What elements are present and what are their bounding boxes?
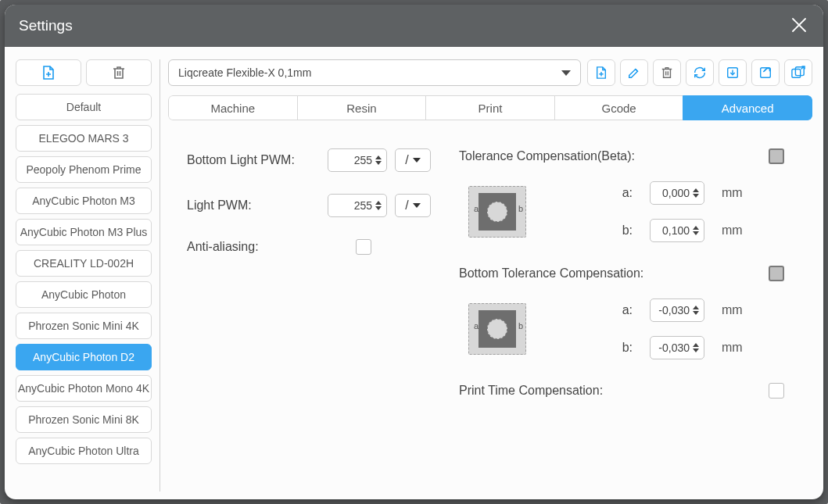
- delete-printer-button[interactable]: [86, 59, 152, 86]
- slash-label: /: [405, 198, 408, 213]
- arrow-up-icon[interactable]: [693, 188, 699, 192]
- refresh-profile-button[interactable]: [686, 59, 714, 86]
- sidebar: Default ELEGOO MARS 3 Peopoly Phenom Pri…: [16, 59, 152, 491]
- export-all-icon: [790, 66, 806, 80]
- arrow-down-icon[interactable]: [693, 194, 699, 198]
- printer-item-anycubic-photon-m3[interactable]: AnyCubic Photon M3: [16, 188, 152, 214]
- tab-machine[interactable]: Machine: [168, 95, 298, 120]
- printer-item-anycubic-photon[interactable]: AnyCubic Photon: [16, 281, 152, 308]
- file-plus-icon: [41, 65, 56, 80]
- printer-item-anycubic-photon-ultra[interactable]: AnyCubic Photon Ultra: [16, 438, 152, 464]
- anti-aliasing-label: Anti-aliasing:: [187, 240, 320, 254]
- vertical-divider: [160, 59, 160, 491]
- arrow-up-icon[interactable]: [693, 343, 699, 347]
- tabs: Machine Resin Print Gcode Advanced: [168, 95, 812, 120]
- arrow-up-icon[interactable]: [693, 306, 699, 309]
- bottom-tolerance-comp-label: Bottom Tolerance Compensation:: [459, 266, 643, 281]
- close-icon: [790, 16, 808, 34]
- tab-print[interactable]: Print: [425, 95, 555, 120]
- light-pwm-spinner[interactable]: 255: [328, 194, 387, 217]
- left-column: Bottom Light PWM: 255 /: [187, 148, 445, 399]
- tolerance-comp-checkbox[interactable]: [769, 148, 784, 164]
- tol-b-spinner[interactable]: 0,100: [650, 219, 704, 242]
- slash-label: /: [405, 153, 408, 167]
- light-pwm-row: Light PWM: 255 /: [187, 194, 445, 217]
- export-icon: [758, 66, 772, 80]
- bottom-tolerance-diagram: ab: [468, 303, 526, 355]
- trash-icon: [112, 65, 126, 80]
- printer-item-phrozen-sonic-mini-8k[interactable]: Phrozen Sonic Mini 8K: [16, 406, 152, 433]
- tolerance-comp-header: Tolerance Compensation(Beta):: [459, 148, 798, 164]
- profile-actions: [587, 59, 812, 86]
- printer-item-anycubic-photon-d2[interactable]: AnyCubic Photon D2: [16, 344, 152, 370]
- unit-mm-label: mm: [722, 341, 745, 355]
- tolerance-comp-label: Tolerance Compensation(Beta):: [459, 149, 635, 163]
- tolerance-diagram: ab: [468, 186, 526, 238]
- printer-item-phrozen-sonic-mini-4k[interactable]: Phrozen Sonic Mini 4K: [16, 313, 152, 339]
- tol-a-spinner[interactable]: 0,000: [650, 181, 704, 205]
- btol-b-label: b:: [547, 341, 633, 355]
- light-pwm-label: Light PWM:: [187, 198, 320, 213]
- chevron-down-icon: [413, 203, 421, 208]
- bottom-pwm-unit-select[interactable]: /: [395, 148, 431, 172]
- close-button[interactable]: [790, 16, 809, 35]
- arrow-down-icon[interactable]: [375, 161, 382, 165]
- pwm-unit-select[interactable]: /: [395, 194, 431, 217]
- unit-mm-label: mm: [722, 186, 745, 200]
- btol-b-spinner[interactable]: -0,030: [650, 336, 704, 359]
- main-panel: Liqcreate Flexible-X 0,1mm: [168, 59, 812, 491]
- arrow-down-icon[interactable]: [693, 349, 699, 352]
- svg-rect-12: [792, 70, 801, 78]
- printer-item-anycubic-photon-mono-4k[interactable]: AnyCubic Photon Mono 4K: [16, 375, 152, 402]
- btol-b-row: b: -0,030 mm: [547, 336, 745, 359]
- printer-item-anycubic-photon-m3-plus[interactable]: AnyCubic Photon M3 Plus: [16, 219, 152, 245]
- printer-item-default[interactable]: Default: [16, 94, 152, 120]
- import-icon: [726, 66, 740, 80]
- export-all-button[interactable]: [784, 59, 812, 86]
- bottom-light-pwm-spinner[interactable]: 255: [328, 148, 387, 172]
- arrow-down-icon[interactable]: [375, 206, 382, 210]
- arrow-up-icon[interactable]: [375, 201, 382, 205]
- tol-a-label: a:: [547, 186, 633, 200]
- arrow-down-icon[interactable]: [693, 311, 699, 315]
- tab-advanced[interactable]: Advanced: [683, 95, 812, 120]
- tab-resin[interactable]: Resin: [297, 95, 427, 120]
- right-column: Tolerance Compensation(Beta): ab: [459, 148, 798, 399]
- tol-a-value: 0,000: [651, 187, 693, 199]
- printer-item-creality-ld-002h[interactable]: CREALITY LD-002H: [16, 250, 152, 277]
- export-profile-button[interactable]: [751, 59, 780, 86]
- btol-a-spinner[interactable]: -0,030: [650, 298, 704, 322]
- refresh-icon: [693, 66, 707, 80]
- bottom-tolerance-comp-checkbox[interactable]: [769, 266, 784, 281]
- chevron-down-icon: [413, 158, 421, 163]
- add-profile-button[interactable]: [587, 59, 615, 86]
- import-profile-button[interactable]: [719, 59, 747, 86]
- printer-list: Default ELEGOO MARS 3 Peopoly Phenom Pri…: [16, 94, 152, 464]
- btol-a-row: a: -0,030 mm: [547, 298, 745, 322]
- bottom-light-pwm-label: Bottom Light PWM:: [187, 153, 320, 167]
- anti-aliasing-row: Anti-aliasing:: [187, 239, 445, 255]
- edit-profile-button[interactable]: [620, 59, 648, 86]
- pencil-icon: [627, 66, 641, 80]
- arrow-up-icon[interactable]: [375, 155, 382, 159]
- arrow-down-icon[interactable]: [693, 231, 699, 235]
- arrow-up-icon[interactable]: [693, 226, 699, 230]
- btol-a-label: a:: [547, 303, 633, 317]
- profile-select[interactable]: Liqcreate Flexible-X 0,1mm: [168, 59, 581, 86]
- light-pwm-value: 255: [328, 199, 375, 212]
- title-bar: Settings: [5, 5, 823, 47]
- btol-b-value: -0,030: [651, 341, 693, 354]
- delete-profile-button[interactable]: [653, 59, 681, 86]
- tab-gcode[interactable]: Gcode: [554, 95, 684, 120]
- tol-a-row: a: 0,000 mm: [547, 181, 745, 205]
- window-wrapper: Settings Default ELEGOO MARS 3 P: [0, 0, 828, 504]
- add-printer-button[interactable]: [16, 59, 81, 86]
- btol-a-value: -0,030: [651, 304, 693, 316]
- profile-selected-label: Liqcreate Flexible-X 0,1mm: [178, 66, 311, 79]
- anti-aliasing-checkbox[interactable]: [356, 239, 371, 255]
- settings-window: Settings Default ELEGOO MARS 3 P: [5, 5, 823, 499]
- print-time-comp-header: Print Time Compensation:: [459, 383, 798, 399]
- printer-item-elegoo-mars-3[interactable]: ELEGOO MARS 3: [16, 125, 152, 152]
- print-time-comp-checkbox[interactable]: [769, 383, 784, 399]
- printer-item-peopoly-phenom-prime[interactable]: Peopoly Phenom Prime: [16, 156, 152, 183]
